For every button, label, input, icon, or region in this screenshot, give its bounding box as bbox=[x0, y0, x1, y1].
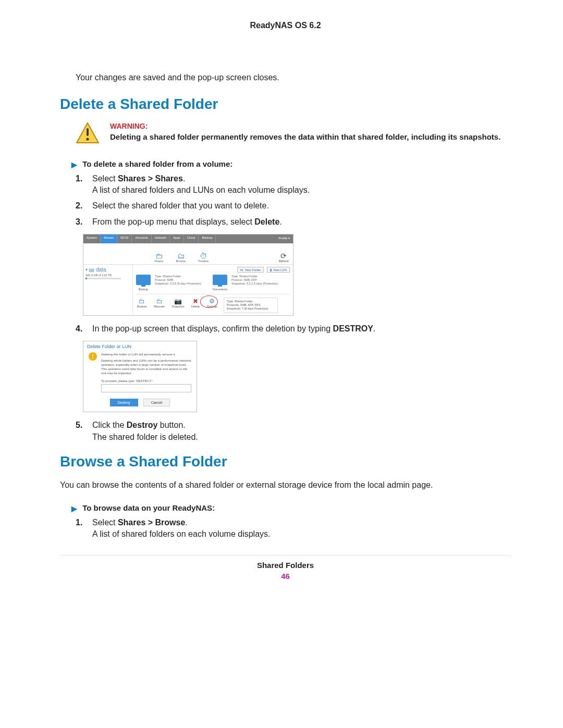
intro-paragraph-saved: Your changes are saved and the pop-up sc… bbox=[76, 72, 511, 83]
share-documents-meta: Type: Shared Folder Protocol: SMB, AFP S… bbox=[231, 275, 278, 286]
procedure-arrow-icon: ▶ bbox=[71, 504, 77, 513]
tab-shares[interactable]: Shares bbox=[101, 235, 117, 243]
destroy-confirm-input[interactable] bbox=[101, 384, 191, 392]
dialog-title: Delete Folder or LUN bbox=[83, 341, 197, 351]
subnav-timeline[interactable]: ⏱Timeline bbox=[198, 252, 209, 263]
gear-icon: ⚙ bbox=[207, 298, 217, 305]
step-body: Select the shared folder that you want t… bbox=[92, 200, 511, 212]
browse-intro: You can browse the contents of a shared … bbox=[60, 479, 511, 491]
dialog-proceed-text: To proceed, please type "DESTROY". bbox=[101, 379, 197, 382]
warning-label: WARNING: bbox=[110, 122, 500, 130]
steps-delete-final: 5. Click the Destroy button. The shared … bbox=[76, 419, 511, 443]
warning-icon bbox=[76, 122, 100, 144]
svg-rect-1 bbox=[87, 128, 89, 136]
step-text: A list of shared folders on each volume … bbox=[92, 529, 271, 538]
page-footer: Shared Folders 46 bbox=[60, 555, 511, 581]
step-text: button. bbox=[157, 421, 185, 429]
procedure-title-browse: ▶ To browse data on your ReadyNAS: bbox=[71, 503, 511, 513]
folder-icon: 🗀 bbox=[240, 268, 243, 272]
share-label: Documents bbox=[213, 288, 227, 291]
destroy-button[interactable]: Destroy bbox=[110, 399, 138, 406]
step-bold: Shares > Shares bbox=[118, 174, 183, 183]
tab-iscsi[interactable]: iSCSI bbox=[117, 235, 132, 243]
step-text: . bbox=[279, 217, 282, 226]
step-text: Select bbox=[92, 518, 118, 527]
tab-network[interactable]: Network bbox=[152, 235, 170, 243]
action-label: Snapshot bbox=[172, 305, 184, 308]
share-icon bbox=[213, 275, 227, 285]
tab-cloud[interactable]: Cloud bbox=[184, 235, 199, 243]
warning-block: WARNING: Deleting a shared folder perman… bbox=[76, 122, 511, 144]
action-label: Recover bbox=[154, 305, 164, 308]
volume-usage-bar bbox=[85, 278, 121, 279]
tab-apps[interactable]: Apps bbox=[170, 235, 184, 243]
dialog-text: Deleting this folder or LUN will permane… bbox=[101, 352, 191, 375]
step-number: 1. bbox=[76, 173, 85, 196]
procedure-title-text: To delete a shared folder from a volume: bbox=[82, 159, 232, 168]
action-recover[interactable]: 🗀Recover bbox=[153, 298, 165, 308]
cancel-button[interactable]: Cancel bbox=[143, 399, 170, 406]
share-documents[interactable]: Documents bbox=[213, 275, 227, 291]
shares-main: ▾ 🖴 data 165.3 GB of 2.61 TB 🗀New Folder… bbox=[83, 265, 293, 315]
action-label: Delete bbox=[191, 305, 200, 308]
tab-accounts[interactable]: Accounts bbox=[132, 235, 152, 243]
step-number: 4. bbox=[76, 323, 85, 335]
steps-browse: 1. Select Shares > Browse. A list of sha… bbox=[76, 517, 511, 540]
step-text: Click the bbox=[92, 421, 127, 429]
step-text: A list of shared folders and LUNs on eac… bbox=[92, 186, 310, 194]
share-backup[interactable]: Backup bbox=[136, 275, 151, 291]
action-label: Settings bbox=[207, 305, 217, 308]
steps-delete-continued: 4. In the pop-up screen that displays, c… bbox=[76, 323, 511, 335]
step-text: . bbox=[183, 174, 185, 183]
subnav-browse[interactable]: 🗂Browse bbox=[176, 252, 185, 263]
svg-point-2 bbox=[86, 138, 89, 140]
folder-icon: 🗀 bbox=[137, 298, 146, 305]
footer-page-number: 46 bbox=[60, 572, 511, 581]
action-settings[interactable]: ⚙Settings bbox=[206, 298, 218, 308]
profile-menu[interactable]: Profile ▾ bbox=[275, 235, 293, 243]
subnav-iconrow: 🗀Shares 🗂Browse ⏱Timeline ⟳Refresh bbox=[83, 243, 293, 265]
dialog-line: Deleting this folder or LUN will permane… bbox=[101, 352, 191, 356]
folder-icon: 🗀 bbox=[154, 298, 164, 305]
volume-sidebar: ▾ 🖴 data 165.3 GB of 2.61 TB bbox=[83, 265, 133, 315]
new-lun-button[interactable]: ▮New LUN bbox=[267, 267, 290, 273]
subnav-label: Refresh bbox=[279, 260, 289, 263]
subnav-shares[interactable]: 🗀Shares bbox=[154, 252, 163, 263]
document-header: ReadyNAS OS 6.2 bbox=[60, 21, 511, 30]
step-number: 3. bbox=[76, 216, 85, 228]
action-label: Browse bbox=[137, 305, 146, 308]
action-delete[interactable]: ✖Delete bbox=[190, 298, 201, 308]
action-browse[interactable]: 🗀Browse bbox=[136, 298, 148, 308]
share-backup-meta: Type: Shared Folder Protocol: SMB Snapsh… bbox=[155, 275, 201, 286]
procedure-title-text: To browse data on your ReadyNAS: bbox=[82, 503, 215, 512]
step-text: . bbox=[373, 324, 375, 333]
steps-delete: 1. Select Shares > Shares. A list of sha… bbox=[76, 173, 511, 228]
step-text: Select bbox=[92, 174, 118, 183]
share-detail-card: Type: Shared Folder Protocols: SMB, AFP,… bbox=[224, 298, 278, 313]
step-text: . bbox=[185, 518, 187, 527]
step-body: Select Shares > Browse. A list of shared… bbox=[92, 517, 511, 540]
step-number: 2. bbox=[76, 200, 85, 212]
warning-content: WARNING: Deleting a shared folder perman… bbox=[110, 122, 500, 144]
tab-backup[interactable]: Backup bbox=[199, 235, 216, 243]
button-label: New Folder bbox=[245, 268, 261, 272]
action-snapshot[interactable]: 📷Snapshot bbox=[171, 298, 185, 308]
tab-system[interactable]: System bbox=[83, 235, 101, 243]
context-action-row: 🗀Browse 🗀Recover 📷Snapshot ✖Delete ⚙Sett… bbox=[136, 298, 218, 308]
shares-panel: 🗀New Folder ▮New LUN Backup Type: Shared… bbox=[133, 265, 293, 315]
new-folder-button[interactable]: 🗀New Folder bbox=[237, 267, 264, 273]
lun-icon: ▮ bbox=[270, 268, 272, 272]
volume-name: data bbox=[96, 267, 106, 273]
subnav-refresh[interactable]: ⟳Refresh bbox=[279, 252, 289, 263]
snapshot-icon: 📷 bbox=[172, 298, 184, 305]
step-bold: Delete bbox=[254, 217, 279, 226]
screenshot-destroy-dialog: Delete Folder or LUN ! Deleting this fol… bbox=[83, 341, 197, 412]
step-text: From the pop-up menu that displays, sele… bbox=[92, 217, 254, 226]
volume-item[interactable]: ▾ 🖴 data bbox=[85, 267, 130, 273]
step-body: Click the Destroy button. The shared fol… bbox=[92, 419, 511, 443]
screenshot-shares-ui: System Shares iSCSI Accounts Network App… bbox=[83, 234, 293, 315]
step-text: In the pop-up screen that displays, conf… bbox=[92, 324, 333, 333]
tabbar: System Shares iSCSI Accounts Network App… bbox=[83, 235, 293, 243]
step-body: From the pop-up menu that displays, sele… bbox=[92, 216, 511, 228]
step-number: 5. bbox=[76, 419, 85, 443]
